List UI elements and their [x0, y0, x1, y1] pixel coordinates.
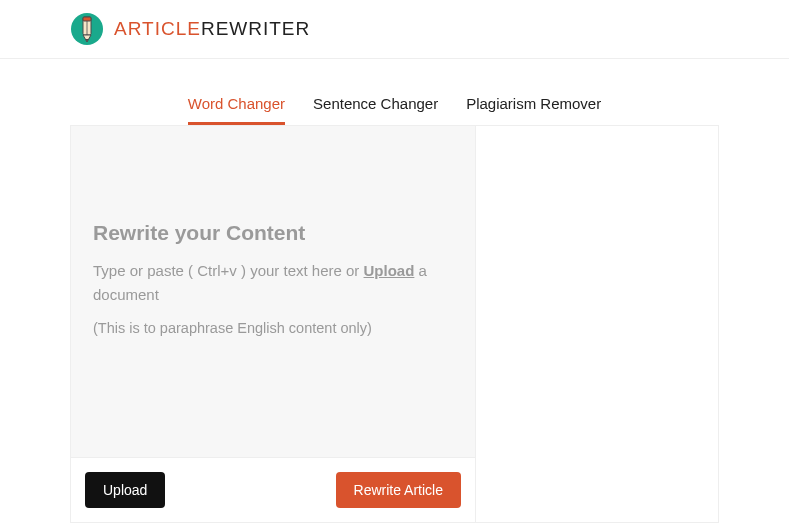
- tabs: Word Changer Sentence Changer Plagiarism…: [0, 59, 789, 125]
- upload-link[interactable]: Upload: [364, 262, 415, 279]
- main-panel: Rewrite your Content Type or paste ( Ctr…: [70, 125, 719, 523]
- editor-title: Rewrite your Content: [93, 221, 453, 245]
- header: ARTICLEREWRITER: [0, 0, 789, 59]
- svg-rect-2: [83, 17, 91, 21]
- tab-sentence-changer[interactable]: Sentence Changer: [313, 95, 438, 125]
- upload-button[interactable]: Upload: [85, 472, 165, 508]
- brand-first: ARTICLE: [114, 18, 201, 39]
- rewrite-button[interactable]: Rewrite Article: [336, 472, 461, 508]
- tab-word-changer[interactable]: Word Changer: [188, 95, 285, 125]
- editor-hint: Type or paste ( Ctrl+v ) your text here …: [93, 259, 453, 307]
- logo-icon: [70, 12, 104, 46]
- editor-hint-pre: Type or paste ( Ctrl+v ) your text here …: [93, 262, 364, 279]
- input-panel: Rewrite your Content Type or paste ( Ctr…: [71, 126, 476, 522]
- brand-title: ARTICLEREWRITER: [114, 18, 310, 40]
- brand-second: REWRITER: [201, 18, 310, 39]
- editor-note: (This is to paraphrase English content o…: [93, 317, 453, 340]
- editor-area[interactable]: Rewrite your Content Type or paste ( Ctr…: [71, 126, 475, 457]
- action-bar: Upload Rewrite Article: [71, 457, 475, 522]
- output-panel: [476, 126, 718, 522]
- tab-plagiarism-remover[interactable]: Plagiarism Remover: [466, 95, 601, 125]
